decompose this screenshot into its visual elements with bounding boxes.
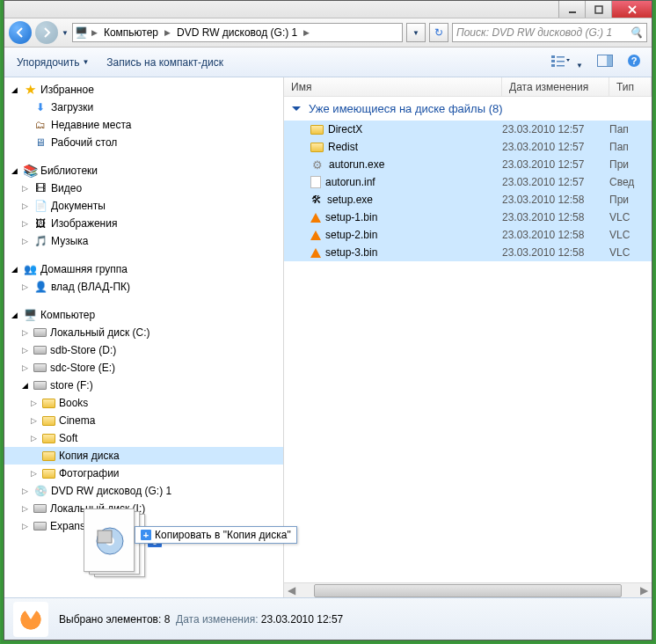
svg-point-13 [106, 537, 114, 545]
status-bar: Выбрано элементов: 8 Дата изменения: 23.… [4, 597, 652, 640]
close-button[interactable] [611, 1, 652, 18]
back-button[interactable] [9, 21, 32, 44]
chevron-right-icon[interactable]: ▶ [303, 28, 310, 37]
tree-disk-c[interactable]: ▷Локальный диск (C:) [4, 324, 283, 341]
drag-tooltip: + Копировать в "Копия диска" [135, 526, 297, 544]
help-button[interactable]: ? [623, 52, 645, 72]
svg-rect-9 [607, 55, 612, 66]
file-row[interactable]: setup-3.bin23.03.2010 12:58VLC [284, 244, 652, 261]
chevron-right-icon[interactable]: ▶ [91, 28, 98, 37]
navigation-tree[interactable]: ◢★Избранное ⬇Загрузки 🗂Недавние места 🖥Р… [4, 77, 284, 597]
file-row[interactable]: DirectX23.03.2010 12:57Пап [284, 121, 652, 138]
burn-button[interactable]: Запись на компакт-диск [101, 54, 229, 71]
view-options-button[interactable]: ▼ [547, 52, 587, 72]
svg-rect-1 [595, 6, 602, 13]
organize-menu[interactable]: Упорядочить ▼ [11, 54, 94, 71]
file-row[interactable]: ⚙autorun.exe23.03.2010 12:57При [284, 156, 652, 173]
svg-rect-3 [551, 60, 555, 62]
tree-disk-d[interactable]: ▷sdb-Store (D:) [4, 341, 283, 359]
tree-homegroup[interactable]: ◢👥Домашняя группа [4, 260, 283, 278]
svg-rect-0 [569, 11, 576, 13]
toolbar: Упорядочить ▼ Запись на компакт-диск ▼ ? [4, 48, 652, 77]
tree-computer[interactable]: ◢🖥️Компьютер [4, 306, 283, 324]
horizontal-scrollbar[interactable]: ◀ ▶ [284, 582, 652, 597]
tree-disk-e[interactable]: ▷sdc-Store (E:) [4, 359, 283, 377]
addr-dropdown-button[interactable]: ▼ [406, 23, 426, 42]
minimize-button[interactable] [558, 1, 585, 18]
tree-copy-disc[interactable]: Копия диска [4, 447, 283, 465]
breadcrumb-computer[interactable]: Компьютер [100, 26, 162, 40]
history-dropdown-icon[interactable]: ▼ [62, 29, 69, 37]
tree-disk-i[interactable]: ▷Локальный диск (I:) [4, 500, 283, 517]
explorer-window: ▼ 🖥️ ▶ Компьютер ▶ DVD RW дисковод (G:) … [4, 0, 652, 640]
titlebar [4, 1, 652, 18]
file-row[interactable]: autorun.inf23.03.2010 12:57Свед [284, 173, 652, 191]
refresh-button[interactable]: ↻ [429, 23, 448, 42]
search-input[interactable]: Поиск: DVD RW дисковод (G:) 1 🔍 [452, 23, 647, 42]
plus-icon: + [141, 530, 151, 540]
computer-icon: 🖥️ [75, 26, 89, 40]
tree-libraries[interactable]: ◢📚Библиотеки [4, 162, 283, 179]
tree-docs[interactable]: ▷📄Документы [4, 197, 283, 215]
preview-pane-button[interactable] [594, 53, 616, 71]
file-list-pane: Имя Дата изменения Тип Уже имеющиеся на … [284, 77, 652, 597]
tree-books[interactable]: ▷Books [4, 394, 283, 412]
tree-music[interactable]: ▷🎵Музыка [4, 232, 283, 250]
group-header[interactable]: Уже имеющиеся на диске файлы (8) [284, 97, 652, 121]
file-row[interactable]: 🛠setup.exe23.03.2010 12:58При [284, 191, 652, 209]
status-text: Выбрано элементов: 8 Дата изменения: 23.… [59, 613, 343, 626]
tree-recent[interactable]: 🗂Недавние места [4, 116, 283, 134]
col-date[interactable]: Дата изменения [502, 77, 609, 96]
breadcrumb-dvd[interactable]: DVD RW дисковод (G:) 1 [173, 26, 301, 40]
vlc-icon [13, 602, 48, 637]
svg-rect-6 [557, 61, 565, 62]
svg-rect-7 [557, 65, 565, 67]
col-name[interactable]: Имя [284, 77, 502, 96]
file-row[interactable]: Redist23.03.2010 12:57Пап [284, 138, 652, 156]
tree-favorites[interactable]: ◢★Избранное [4, 81, 283, 99]
chevron-right-icon[interactable]: ▶ [164, 28, 171, 37]
svg-rect-5 [557, 56, 565, 58]
breadcrumb[interactable]: 🖥️ ▶ Компьютер ▶ DVD RW дисковод (G:) 1 … [72, 23, 403, 42]
forward-button[interactable] [35, 21, 58, 44]
svg-rect-2 [551, 55, 555, 58]
search-placeholder: Поиск: DVD RW дисковод (G:) 1 [456, 26, 612, 39]
search-icon: 🔍 [630, 26, 643, 39]
file-row[interactable]: setup-2.bin23.03.2010 12:58VLC [284, 226, 652, 244]
tree-cinema[interactable]: ▷Cinema [4, 412, 283, 429]
col-type[interactable]: Тип [609, 77, 652, 96]
list-header: Имя Дата изменения Тип [284, 77, 652, 97]
file-row[interactable]: setup-1.bin23.03.2010 12:58VLC [284, 209, 652, 226]
tree-disk-f[interactable]: ◢store (F:) [4, 377, 283, 394]
svg-rect-4 [551, 64, 555, 67]
tree-desktop[interactable]: 🖥Рабочий стол [4, 134, 283, 151]
tree-downloads[interactable]: ⬇Загрузки [4, 99, 283, 116]
svg-text:?: ? [631, 55, 638, 66]
maximize-button[interactable] [585, 1, 611, 18]
tree-soft[interactable]: ▷Soft [4, 429, 283, 447]
tree-photos[interactable]: ▷Фотографии [4, 465, 283, 482]
tree-user[interactable]: ▷👤влад (ВЛАД-ПК) [4, 278, 283, 296]
tree-video[interactable]: ▷🎞Видео [4, 179, 283, 197]
tree-pics[interactable]: ▷🖼Изображения [4, 215, 283, 232]
tree-dvd[interactable]: ▷💿DVD RW дисковод (G:) 1 [4, 482, 283, 500]
address-bar: ▼ 🖥️ ▶ Компьютер ▶ DVD RW дисковод (G:) … [4, 18, 652, 48]
